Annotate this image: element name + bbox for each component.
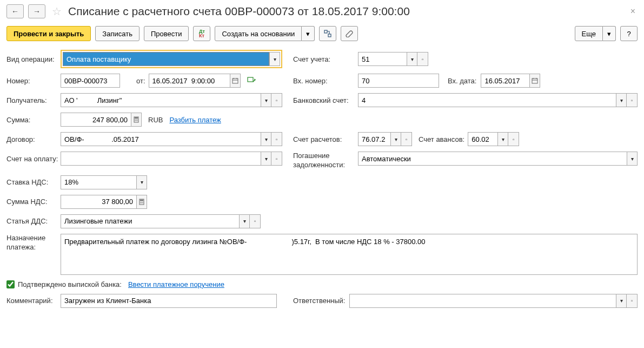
op-type-dropdown[interactable]: ▾ xyxy=(269,52,280,66)
post-button[interactable]: Провести xyxy=(144,26,189,41)
bank-account-label: Банковский счет: xyxy=(293,96,358,104)
vat-rate-dropdown[interactable]: ▾ xyxy=(136,175,147,189)
amount-input[interactable] xyxy=(61,113,131,127)
payment-purpose-textarea[interactable] xyxy=(61,234,638,275)
contract-open[interactable]: ▫ xyxy=(271,132,282,146)
responsible-input[interactable] xyxy=(349,294,616,308)
bank-account-input[interactable] xyxy=(358,93,616,107)
svg-point-15 xyxy=(137,119,137,120)
dds-article-open[interactable]: ▫ xyxy=(250,214,261,228)
confirmed-by-bank-label: Подтверждено выпиской банка: xyxy=(18,280,122,288)
from-label: от: xyxy=(136,77,145,85)
payment-purpose-label: Назначение платежа: xyxy=(6,234,61,252)
amount-calc[interactable] xyxy=(131,113,142,127)
number-input[interactable] xyxy=(61,74,120,88)
debt-repayment-label: Погашение задолженности: xyxy=(293,152,358,170)
svg-rect-2 xyxy=(233,78,238,83)
op-type-input[interactable] xyxy=(63,52,269,66)
invoice-label: Счет на оплату: xyxy=(6,155,61,163)
vat-rate-input[interactable] xyxy=(61,175,136,189)
svg-point-26 xyxy=(142,202,143,203)
vat-rate-label: Ставка НДС: xyxy=(6,178,61,186)
settlement-acc-open[interactable]: ▫ xyxy=(401,132,412,146)
dds-article-label: Статья ДДС: xyxy=(6,217,61,225)
svg-point-17 xyxy=(136,120,136,121)
contract-label: Договор: xyxy=(6,135,61,143)
invoice-open[interactable]: ▫ xyxy=(271,152,282,166)
contract-dropdown[interactable]: ▾ xyxy=(261,132,271,146)
forward-button[interactable]: → xyxy=(28,4,45,18)
more-dropdown[interactable]: ▾ xyxy=(603,26,616,41)
help-button[interactable]: ? xyxy=(620,26,638,41)
settlement-acc-input[interactable] xyxy=(358,132,390,146)
favorite-star-icon[interactable]: ☆ xyxy=(52,5,62,18)
responsible-dropdown[interactable]: ▾ xyxy=(616,294,627,308)
op-type-label: Вид операции: xyxy=(6,55,61,63)
svg-point-14 xyxy=(136,119,136,120)
dds-article-dropdown[interactable]: ▾ xyxy=(239,214,250,228)
in-number-input[interactable] xyxy=(358,74,439,88)
more-button[interactable]: Еще xyxy=(575,26,603,41)
svg-rect-0 xyxy=(324,30,327,33)
account-open[interactable]: ▫ xyxy=(417,52,428,66)
contract-input[interactable] xyxy=(61,132,261,146)
account-input[interactable] xyxy=(358,52,407,66)
in-date-calendar[interactable] xyxy=(529,74,540,88)
advance-acc-open[interactable]: ▫ xyxy=(508,132,519,146)
split-payment-link[interactable]: Разбить платеж xyxy=(169,116,221,124)
in-number-label: Вх. номер: xyxy=(293,77,358,85)
invoice-input[interactable] xyxy=(61,152,261,166)
currency-label: RUB xyxy=(148,116,163,124)
svg-rect-6 xyxy=(248,77,253,82)
invoice-dropdown[interactable]: ▾ xyxy=(261,152,271,166)
date-calendar[interactable] xyxy=(230,74,241,88)
vat-amount-label: Сумма НДС: xyxy=(6,198,61,206)
bank-account-dropdown[interactable]: ▾ xyxy=(616,93,627,107)
in-date-input[interactable] xyxy=(481,74,529,88)
svg-rect-20 xyxy=(140,200,143,201)
responsible-open[interactable]: ▫ xyxy=(627,294,638,308)
recipient-dropdown[interactable]: ▾ xyxy=(261,93,271,107)
advance-acc-input[interactable] xyxy=(468,132,497,146)
attachment-button[interactable] xyxy=(341,26,358,41)
svg-point-25 xyxy=(141,202,142,203)
svg-rect-12 xyxy=(135,117,138,119)
comment-input[interactable] xyxy=(61,294,277,308)
refresh-icon[interactable] xyxy=(247,76,256,86)
close-button[interactable]: × xyxy=(628,4,638,18)
advance-acc-label: Счет авансов: xyxy=(419,135,464,143)
date-input[interactable] xyxy=(149,74,230,88)
recipient-open[interactable]: ▫ xyxy=(271,93,282,107)
svg-rect-1 xyxy=(328,34,331,37)
back-button[interactable]: ← xyxy=(6,4,24,18)
confirmed-by-bank-checkbox[interactable] xyxy=(6,280,15,288)
svg-point-21 xyxy=(140,201,141,202)
svg-point-23 xyxy=(142,201,143,202)
structure-button[interactable] xyxy=(319,26,336,41)
dt-kt-button[interactable]: ДтКт xyxy=(193,26,210,41)
advance-acc-dropdown[interactable]: ▾ xyxy=(497,132,508,146)
svg-point-13 xyxy=(135,119,135,120)
number-label: Номер: xyxy=(6,77,61,85)
create-based-dropdown[interactable]: ▾ xyxy=(302,26,315,41)
account-label: Счет учета: xyxy=(293,55,358,63)
debt-repayment-input[interactable] xyxy=(358,152,627,166)
account-dropdown[interactable]: ▾ xyxy=(407,52,417,66)
vat-amount-calc[interactable] xyxy=(136,195,147,209)
create-based-button[interactable]: Создать на основании xyxy=(215,26,302,41)
settlement-acc-dropdown[interactable]: ▾ xyxy=(390,132,401,146)
vat-amount-input[interactable] xyxy=(61,195,136,209)
svg-point-18 xyxy=(137,120,137,121)
post-and-close-button[interactable]: Провести и закрыть xyxy=(6,26,91,41)
recipient-input[interactable] xyxy=(61,93,261,107)
dds-article-input[interactable] xyxy=(61,214,239,228)
svg-point-22 xyxy=(141,201,142,202)
svg-point-24 xyxy=(140,202,141,203)
debt-repayment-dropdown[interactable]: ▾ xyxy=(627,152,638,166)
page-title: Списание с расчетного счета 00ВР-000073 … xyxy=(68,5,410,18)
save-button[interactable]: Записать xyxy=(95,26,140,41)
enter-payment-order-link[interactable]: Ввести платежное поручение xyxy=(128,280,224,288)
recipient-label: Получатель: xyxy=(6,96,61,104)
bank-account-open[interactable]: ▫ xyxy=(627,93,638,107)
in-date-label: Вх. дата: xyxy=(448,77,476,85)
